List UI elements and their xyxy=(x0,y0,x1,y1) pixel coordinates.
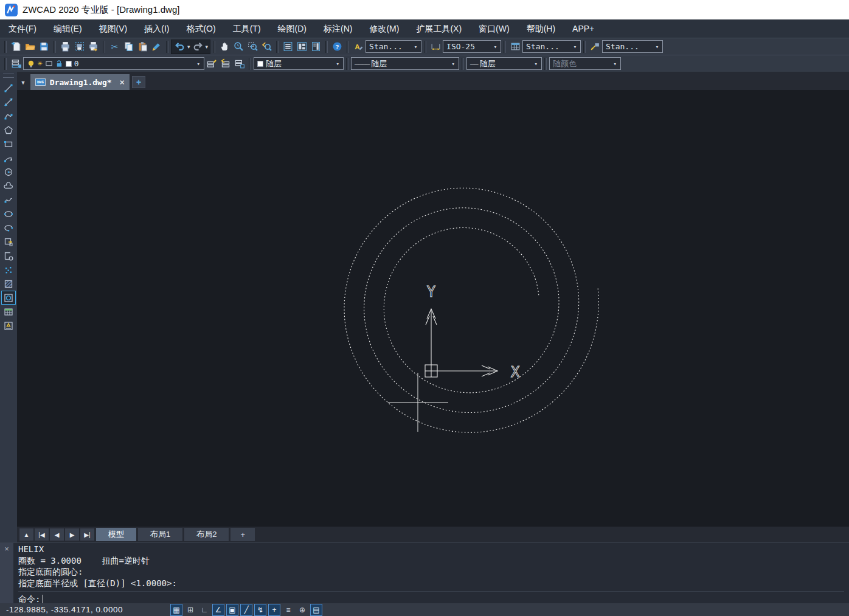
table-style-icon-button[interactable] xyxy=(508,40,522,54)
last-tab-button[interactable]: ▶| xyxy=(80,528,94,541)
print-button[interactable] xyxy=(58,40,72,54)
pan-button[interactable] xyxy=(218,40,232,54)
menu-dimension[interactable]: 标注(N) xyxy=(315,19,361,38)
zoom-previous-button[interactable] xyxy=(260,40,274,54)
toolbar-grip[interactable] xyxy=(276,41,279,53)
dim-style-select[interactable]: ISO-25 ▾ xyxy=(443,40,501,53)
selection-cycling-toggle[interactable]: ▤ xyxy=(310,604,322,616)
linetype-select[interactable]: ———— 随层 ▾ xyxy=(351,57,459,70)
next-tab-button[interactable]: ▶ xyxy=(65,528,79,541)
tab-layout2[interactable]: 布局2 xyxy=(184,528,229,541)
toolbar-grip[interactable] xyxy=(103,41,105,53)
close-icon[interactable]: × xyxy=(116,77,125,87)
properties-palette-button[interactable] xyxy=(281,40,295,54)
tool-make-block[interactable] xyxy=(1,249,16,263)
tool-arc[interactable] xyxy=(1,151,16,165)
cut-button[interactable]: ✂ xyxy=(108,40,122,54)
document-tab-active[interactable]: DWG Drawing1.dwg* × xyxy=(30,74,130,90)
new-document-tab-button[interactable]: + xyxy=(132,76,145,88)
menu-tools[interactable]: 工具(T) xyxy=(224,19,269,38)
print-preview-button[interactable] xyxy=(72,40,86,54)
tool-mtext[interactable] xyxy=(1,319,16,333)
tab-model[interactable]: 模型 xyxy=(96,528,136,541)
menu-format[interactable]: 格式(O) xyxy=(178,19,224,38)
tool-polyline[interactable] xyxy=(1,109,16,123)
osnap-toggle[interactable]: ▣ xyxy=(226,604,238,616)
tool-circle[interactable] xyxy=(1,165,16,179)
toolbar-grip[interactable] xyxy=(4,58,7,70)
layer-properties-button[interactable] xyxy=(9,57,23,71)
toolbar-grip[interactable] xyxy=(166,41,168,53)
command-history[interactable]: HELIX 圈数 = 3.0000 扭曲=逆时针 指定底面的圆心: 指定底面半径… xyxy=(13,543,849,603)
zoom-window-button[interactable] xyxy=(246,40,260,54)
text-style-select[interactable]: Stan... ▾ xyxy=(366,40,421,53)
redo-dropdown-button[interactable]: ▾ xyxy=(205,44,209,50)
plot-button[interactable] xyxy=(86,40,100,54)
tool-hatch[interactable] xyxy=(1,277,16,291)
close-command-panel-button[interactable]: × xyxy=(4,544,9,603)
menu-view[interactable]: 视图(V) xyxy=(91,19,136,38)
menu-insert[interactable]: 插入(I) xyxy=(136,19,178,38)
menu-app-plus[interactable]: APP+ xyxy=(564,19,603,38)
paste-button[interactable] xyxy=(136,40,150,54)
redo-button[interactable] xyxy=(191,40,205,54)
previous-tab-button[interactable]: ◀ xyxy=(50,528,64,541)
toolbar-grip[interactable] xyxy=(213,41,215,53)
tab-list-collapse-button[interactable]: ▼ xyxy=(18,75,28,90)
transparency-toggle[interactable]: ⊕ xyxy=(296,604,308,616)
menu-modify[interactable]: 修改(M) xyxy=(361,19,407,38)
help-button[interactable]: ? xyxy=(330,40,344,54)
table-style-select[interactable]: Stan... ▾ xyxy=(522,40,581,53)
menu-help[interactable]: 帮助(H) xyxy=(518,19,564,38)
toolbar-grip[interactable] xyxy=(249,58,251,70)
layer-select[interactable]: ☀ 0 ▾ xyxy=(23,57,204,70)
toolbar-grip[interactable] xyxy=(4,41,7,53)
snap-toggle[interactable]: ▦ xyxy=(170,604,182,616)
lineweight-select[interactable]: —— 随层 ▾ xyxy=(466,57,542,70)
mleader-style-select[interactable]: Stan... ▾ xyxy=(602,40,663,53)
tool-revision-cloud[interactable] xyxy=(1,179,16,193)
color-select[interactable]: 随层 ▾ xyxy=(254,57,344,70)
tool-point[interactable] xyxy=(1,263,16,277)
zoom-realtime-button[interactable] xyxy=(232,40,246,54)
toolbar-grip[interactable] xyxy=(424,41,426,53)
tool-table[interactable] xyxy=(1,305,16,319)
layer-previous-button[interactable] xyxy=(218,57,232,71)
polar-toggle[interactable]: ∠ xyxy=(212,604,224,616)
lineweight-toggle[interactable]: ≡ xyxy=(282,604,294,616)
undo-button[interactable] xyxy=(173,40,187,54)
tool-polygon[interactable] xyxy=(1,123,16,137)
format-painter-button[interactable] xyxy=(150,40,164,54)
new-file-button[interactable] xyxy=(9,40,23,54)
menu-edit[interactable]: 编辑(E) xyxy=(45,19,91,38)
tool-ellipse-arc[interactable] xyxy=(1,221,16,235)
menu-window[interactable]: 窗口(W) xyxy=(470,19,518,38)
command-input[interactable]: 命令: xyxy=(18,591,844,604)
toolbar-grip[interactable] xyxy=(346,58,348,70)
tool-xline[interactable] xyxy=(1,95,16,109)
layer-states-button[interactable] xyxy=(232,57,246,71)
tool-spline[interactable] xyxy=(1,193,16,207)
otrack-toggle[interactable]: ╱ xyxy=(240,604,252,616)
dynamic-input-toggle[interactable]: + xyxy=(268,604,280,616)
toolbar-grip[interactable] xyxy=(583,41,586,53)
toolbar-grip[interactable] xyxy=(3,74,14,78)
ortho-toggle[interactable]: ∟ xyxy=(198,604,210,616)
toolbar-grip[interactable] xyxy=(504,41,506,53)
tab-layout1[interactable]: 布局1 xyxy=(138,528,182,541)
tool-line[interactable] xyxy=(1,81,16,95)
tool-palettes-button[interactable] xyxy=(309,40,323,54)
tool-ellipse[interactable] xyxy=(1,207,16,221)
grid-toggle[interactable]: ⊞ xyxy=(184,604,196,616)
ducs-toggle[interactable]: ↯ xyxy=(254,604,266,616)
menu-file[interactable]: 文件(F) xyxy=(0,19,45,38)
design-center-button[interactable] xyxy=(295,40,309,54)
menu-draw[interactable]: 绘图(D) xyxy=(269,19,315,38)
drawing-canvas[interactable]: Y X xyxy=(17,90,849,527)
plot-style-select[interactable]: 随颜色 ▾ xyxy=(549,57,621,70)
menu-express-tools[interactable]: 扩展工具(X) xyxy=(407,19,470,38)
toolbar-grip[interactable] xyxy=(544,58,547,70)
open-file-button[interactable] xyxy=(23,40,37,54)
tabbar-expand-button[interactable]: ▲ xyxy=(19,528,33,541)
first-tab-button[interactable]: |◀ xyxy=(35,528,49,541)
